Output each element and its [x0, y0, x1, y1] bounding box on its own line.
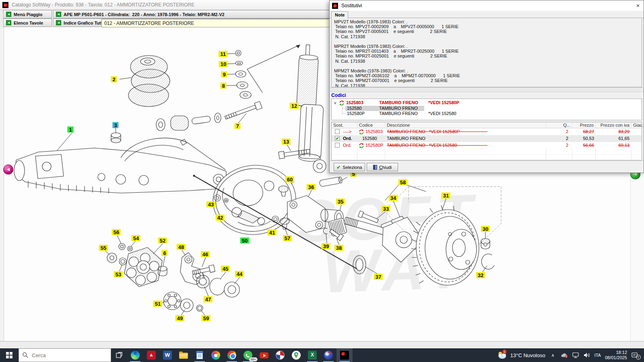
part-label-31[interactable]: 31: [442, 193, 450, 199]
part-label-59[interactable]: 59: [202, 315, 211, 321]
part-label-45[interactable]: 45: [221, 266, 230, 272]
clock[interactable]: 18:12 08/01/2025: [605, 350, 627, 360]
part-label-3[interactable]: 3: [112, 122, 118, 128]
clock-time: 18:12: [605, 350, 627, 355]
weather-widget[interactable]: 1 13°C Nuvoloso: [497, 351, 545, 359]
menu-piaggio-button[interactable]: ◄ Menù Piaggio: [3, 10, 52, 19]
part-label-33[interactable]: 33: [382, 206, 390, 212]
part-label-12[interactable]: 12: [290, 103, 299, 109]
checkbox-unchecked[interactable]: [335, 143, 340, 148]
file-explorer-icon: [179, 353, 188, 359]
taskbar-edge[interactable]: [127, 348, 143, 362]
network-icon[interactable]: [572, 352, 579, 358]
splitter[interactable]: [330, 87, 644, 92]
taskbar-word[interactable]: W: [159, 348, 175, 362]
part-label-1[interactable]: 1: [67, 127, 73, 133]
part-label-9[interactable]: 9: [221, 72, 227, 78]
taskbar-search[interactable]: [19, 348, 111, 362]
vehicle-bar-label: APE MP P501-P601 - Cilindrata: 220 - Ann…: [64, 12, 225, 17]
taskbar-explorer[interactable]: [175, 348, 192, 362]
part-label-42[interactable]: 42: [216, 215, 225, 221]
taskbar-excel[interactable]: X: [304, 348, 320, 362]
part-label-10[interactable]: 10: [219, 61, 228, 67]
part-label-48[interactable]: 48: [177, 244, 186, 250]
table-row[interactable]: ----> 1525803 TAMBURO FRENO*VEDI 152580P…: [332, 128, 642, 135]
tab-note[interactable]: Note: [331, 11, 348, 19]
part-label-41[interactable]: 41: [268, 230, 277, 236]
language-indicator[interactable]: ITA: [594, 353, 601, 358]
part-label-57[interactable]: 57: [283, 235, 292, 241]
part-label-11[interactable]: 11: [219, 51, 227, 57]
part-label-37[interactable]: 37: [374, 274, 383, 280]
codes-table: Sost. Codice Descrizione Q... Prezzo Pre…: [331, 122, 642, 160]
part-label-43[interactable]: 43: [206, 202, 215, 208]
tavola-selector-value: 012 - AMMORTIZZATORE POSTERIORE: [104, 21, 194, 26]
checkbox-unchecked[interactable]: [335, 129, 340, 134]
window-bottom-strip: [0, 341, 644, 348]
start-button[interactable]: [0, 348, 19, 362]
back-arrow-icon: ◄: [56, 20, 61, 25]
part-label-32[interactable]: 32: [476, 272, 485, 278]
task-view-button[interactable]: [111, 348, 127, 362]
part-label-60[interactable]: 60: [285, 177, 294, 183]
ball-app-icon: [324, 351, 333, 360]
part-label-38[interactable]: 38: [334, 245, 343, 251]
close-icon[interactable]: ×: [634, 2, 642, 10]
onedrive-icon[interactable]: [561, 352, 568, 358]
part-label-55[interactable]: 55: [99, 245, 108, 251]
part-label-53[interactable]: 53: [114, 272, 123, 278]
part-label-52[interactable]: 52: [158, 238, 167, 244]
part-label-2[interactable]: 2: [111, 76, 117, 82]
part-label-51[interactable]: 51: [153, 301, 162, 307]
tavola-selector[interactable]: 012 - AMMORTIZZATORE POSTERIORE: [101, 19, 330, 27]
taskbar-softway[interactable]: [336, 348, 353, 362]
taskbar-chrome[interactable]: [224, 348, 240, 362]
volume-icon[interactable]: [583, 352, 590, 358]
taskbar-youtube[interactable]: [256, 348, 272, 362]
part-label-58[interactable]: 58: [398, 179, 407, 185]
part-label-56[interactable]: 56: [112, 229, 121, 235]
tray-chevron-icon[interactable]: ∧: [549, 353, 557, 358]
part-label-47[interactable]: 47: [204, 296, 213, 302]
table-row[interactable]: Ord. 152580P TAMBURO FRENO*VEDI 152580 2…: [332, 142, 642, 149]
part-label-46[interactable]: 46: [201, 251, 210, 257]
taskbar-paint[interactable]: [208, 348, 224, 362]
part-label-49[interactable]: 49: [175, 315, 184, 321]
chiudi-button[interactable]: Chiudi: [367, 163, 398, 171]
taskbar-document-app[interactable]: [192, 348, 208, 362]
system-tray: 1 13°C Nuvoloso ∧: [497, 350, 644, 360]
part-label-34[interactable]: 34: [389, 195, 398, 201]
weather-icon: 1: [497, 351, 507, 359]
check-icon: ✔: [336, 165, 341, 170]
taskbar-maps[interactable]: [288, 348, 304, 362]
dialog-logo-icon: [332, 3, 338, 9]
part-label-35[interactable]: 35: [336, 199, 345, 205]
taskbar-parts-app[interactable]: [272, 348, 288, 362]
part-label-8[interactable]: 8: [220, 83, 226, 89]
taskbar-whatsapp[interactable]: 99+: [240, 348, 256, 362]
part-label-39[interactable]: 39: [322, 243, 330, 249]
checkbox-checked[interactable]: ✔: [335, 136, 340, 141]
expander-icon[interactable]: ∨: [334, 100, 336, 105]
tree-item-root[interactable]: ∨ 1525803 TAMBURO FRENO *VEDI 152580P: [332, 100, 642, 105]
elenco-tavole-button[interactable]: ◄ Elenco Tavole: [3, 19, 52, 27]
table-row-selected[interactable]: ✔ Ord. 152580 TAMBURO FRENO 2 50,53 61,6…: [332, 135, 642, 142]
taskbar-acrobat[interactable]: ▲: [143, 348, 159, 362]
notification-center-icon[interactable]: 7: [631, 352, 638, 358]
seleziona-button[interactable]: ✔ Seleziona: [334, 163, 365, 171]
search-input[interactable]: [32, 352, 100, 358]
previous-table-button[interactable]: ◄: [3, 165, 13, 175]
part-label-36[interactable]: 36: [307, 184, 316, 190]
tree-item-child[interactable]: 152580P TAMBURO FRENO *VEDI 152580: [332, 111, 642, 116]
tree-item-child[interactable]: 152580 TAMBURO FRENO: [332, 106, 642, 111]
back-arrow-icon: ◄: [56, 12, 61, 17]
part-label-44[interactable]: 44: [235, 271, 244, 277]
dialog-buttonbar: ✔ Seleziona Chiudi: [330, 160, 644, 173]
part-label-30[interactable]: 30: [481, 226, 490, 232]
part-label-54[interactable]: 54: [132, 235, 140, 241]
taskbar-ball-app[interactable]: [320, 348, 336, 362]
part-label-13[interactable]: 13: [282, 139, 291, 145]
part-label-50[interactable]: 50: [240, 238, 249, 244]
part-label-6[interactable]: 6: [161, 250, 167, 256]
part-label-7[interactable]: 7: [234, 123, 240, 129]
